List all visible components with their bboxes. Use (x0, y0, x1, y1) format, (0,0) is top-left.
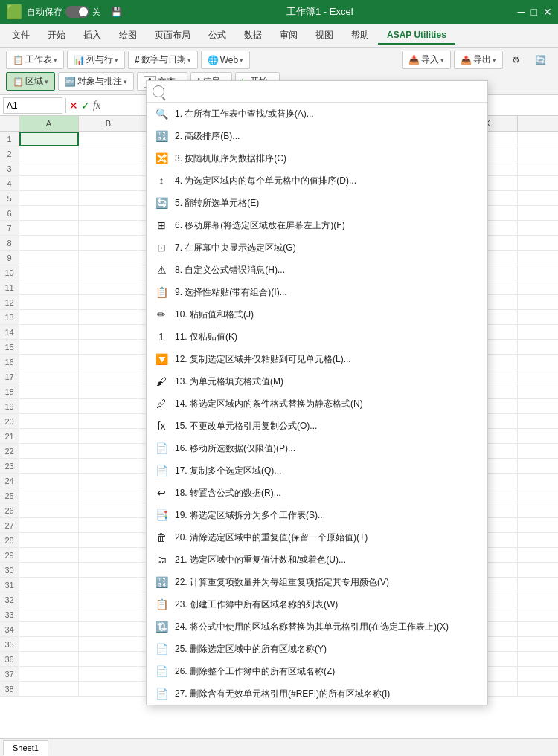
cell-a36[interactable] (19, 652, 79, 667)
cell-a2[interactable] (19, 146, 79, 161)
cell-b23[interactable] (79, 459, 138, 474)
cell-b29[interactable] (79, 548, 138, 563)
cell-a6[interactable] (19, 206, 79, 221)
cell-a18[interactable] (19, 384, 79, 399)
cell-b5[interactable] (79, 191, 138, 206)
menu-item-10[interactable]: ✏ 10. 粘贴值和格式(J) (147, 303, 487, 326)
cell-a29[interactable] (19, 548, 79, 563)
cell-b3[interactable] (79, 161, 138, 176)
cell-b11[interactable] (79, 280, 138, 295)
menu-item-20[interactable]: 🗑 20. 清除选定区域中的重复值(保留一个原始值)(T) (147, 526, 487, 549)
menu-item-11[interactable]: 1 11. 仅粘贴值(K) (147, 326, 487, 348)
menu-item-26[interactable]: 📄 26. 删除整个工作簿中的所有区域名称(Z) (147, 660, 487, 682)
cell-b12[interactable] (79, 295, 138, 310)
cell-b27[interactable] (79, 518, 138, 533)
menu-item-13[interactable]: 🖌 13. 为单元格填充格式值(M) (147, 370, 487, 392)
cell-b24[interactable] (79, 474, 138, 488)
cell-a5[interactable] (19, 191, 79, 206)
dropdown-numbers-dates[interactable]: # 数字与日期 ▾ (128, 51, 198, 69)
cell-reference-box[interactable]: A1 (3, 97, 62, 114)
cell-b36[interactable] (79, 652, 138, 667)
tab-view[interactable]: 视图 (307, 26, 342, 45)
menu-item-2[interactable]: 🔢 2. 高级排序(B)... (147, 125, 487, 147)
menu-item-9[interactable]: 📋 9. 选择性粘贴(带有组合)(I)... (147, 281, 487, 303)
dropdown-web[interactable]: 🌐 Web ▾ (201, 51, 250, 69)
cell-a23[interactable] (19, 459, 79, 474)
menu-item-7[interactable]: ⊡ 7. 在屏幕中央显示选定区域(G) (147, 236, 487, 259)
cell-b35[interactable] (79, 637, 138, 652)
cell-a9[interactable] (19, 251, 79, 265)
cell-a25[interactable] (19, 488, 79, 503)
col-header-a[interactable]: A (19, 116, 79, 131)
settings-btn[interactable]: ⚙ (506, 51, 526, 69)
cell-b33[interactable] (79, 607, 138, 622)
tab-formula[interactable]: 公式 (199, 26, 235, 45)
dropdown-worksheet[interactable]: 📋 工作表 ▾ (6, 51, 64, 69)
cell-b31[interactable] (79, 578, 138, 592)
cell-a4[interactable] (19, 176, 79, 191)
cell-b17[interactable] (79, 369, 138, 384)
cell-a24[interactable] (19, 474, 79, 488)
cell-a10[interactable] (19, 265, 79, 280)
menu-item-16[interactable]: 📄 16. 移动所选数据(仅限值)(P)... (147, 437, 487, 459)
tab-insert[interactable]: 插入 (74, 26, 110, 45)
cell-a21[interactable] (19, 429, 79, 444)
menu-item-18[interactable]: ↩ 18. 转置含公式的数据(R)... (147, 482, 487, 504)
cell-b38[interactable] (79, 682, 138, 697)
maximize-btn[interactable]: □ (531, 6, 537, 18)
cell-a27[interactable] (19, 518, 79, 533)
tab-layout[interactable]: 页面布局 (146, 26, 199, 45)
cell-b16[interactable] (79, 355, 138, 369)
close-btn[interactable]: ✕ (543, 6, 552, 18)
cell-b4[interactable] (79, 176, 138, 191)
cell-a30[interactable] (19, 563, 79, 578)
cell-a17[interactable] (19, 369, 79, 384)
cell-b37[interactable] (79, 667, 138, 682)
cell-a11[interactable] (19, 280, 79, 295)
cell-b22[interactable] (79, 444, 138, 459)
menu-item-22[interactable]: 🔢 22. 计算重复项数量并为每组重复项指定其专用颜色(V) (147, 571, 487, 593)
tab-review[interactable]: 审阅 (271, 26, 307, 45)
cell-b13[interactable] (79, 310, 138, 325)
cell-b34[interactable] (79, 622, 138, 637)
cell-a13[interactable] (19, 310, 79, 325)
sheet-tab-1[interactable]: Sheet1 (3, 740, 48, 756)
menu-item-23[interactable]: 📋 23. 创建工作簿中所有区域名称的列表(W) (147, 593, 487, 616)
confirm-formula-icon[interactable]: ✓ (81, 100, 90, 112)
menu-item-3[interactable]: 🔀 3. 按随机顺序为数据排序(C) (147, 147, 487, 169)
dropdown-range[interactable]: 📋 区域 ▾ (6, 72, 55, 91)
cell-b8[interactable] (79, 236, 138, 251)
cell-b32[interactable] (79, 592, 138, 607)
cell-b7[interactable] (79, 221, 138, 236)
cell-a32[interactable] (19, 592, 79, 607)
cell-a20[interactable] (19, 414, 79, 429)
tab-home[interactable]: 开始 (39, 26, 74, 45)
cell-a26[interactable] (19, 503, 79, 518)
tab-draw[interactable]: 绘图 (110, 26, 146, 45)
cell-a8[interactable] (19, 236, 79, 251)
menu-item-4[interactable]: ↕ 4. 为选定区域内的每个单元格中的值排序(D)... (147, 169, 487, 192)
menu-item-15[interactable]: fx 15. 不更改单元格引用复制公式(O)... (147, 415, 487, 437)
menu-item-14[interactable]: 🖊 14. 将选定区域内的条件格式替换为静态格式(N) (147, 392, 487, 415)
save-icon[interactable]: 💾 (111, 7, 122, 17)
cell-a3[interactable] (19, 161, 79, 176)
dropdown-columns-rows[interactable]: 📊 列与行 ▾ (67, 51, 125, 69)
menu-item-1[interactable]: 🔍 1. 在所有工作表中查找/或替换(A)... (147, 103, 487, 125)
cell-a7[interactable] (19, 221, 79, 236)
cell-a22[interactable] (19, 444, 79, 459)
cell-b14[interactable] (79, 325, 138, 340)
cell-b1[interactable] (79, 132, 138, 146)
dropdown-export[interactable]: 📤 导出 ▾ (454, 51, 503, 69)
menu-item-8[interactable]: ⚠ 8. 自定义公式错误消息(H)... (147, 259, 487, 281)
cell-a33[interactable] (19, 607, 79, 622)
cell-b2[interactable] (79, 146, 138, 161)
menu-item-27[interactable]: 📄 27. 删除含有无效单元格引用(#REF!)的所有区域名称(I) (147, 682, 487, 705)
cell-b19[interactable] (79, 399, 138, 414)
refresh-btn[interactable]: 🔄 (529, 51, 552, 69)
cell-a16[interactable] (19, 355, 79, 369)
cell-b9[interactable] (79, 251, 138, 265)
dropdown-import[interactable]: 📥 导入 ▾ (402, 51, 451, 69)
dropdown-objects[interactable]: 🔤 对象与批注 ▾ (58, 72, 134, 91)
tab-data[interactable]: 数据 (235, 26, 271, 45)
menu-item-17[interactable]: 📄 17. 复制多个选定区域(Q)... (147, 459, 487, 482)
